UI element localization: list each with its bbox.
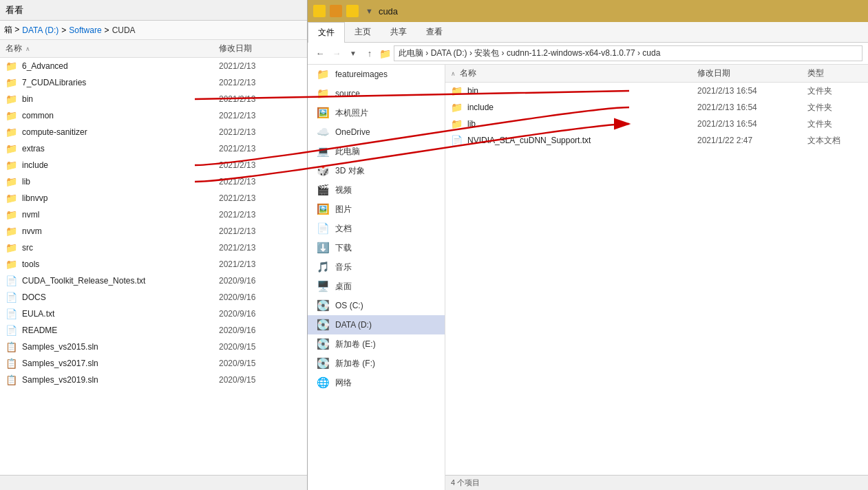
file-name: Samples_vs2019.sln (22, 375, 219, 385)
nav-label: featureimages (335, 70, 388, 79)
sidebar-nav-item[interactable]: 💽 新加卷 (F:) (308, 354, 445, 373)
left-file-item[interactable]: 📄 README 2020/9/16 (0, 322, 307, 339)
sidebar-nav-item[interactable]: 🎬 视频 (308, 180, 445, 200)
sidebar-nav-item[interactable]: 📄 文档 (308, 219, 445, 238)
file-name: Samples_vs2015.sln (22, 342, 219, 352)
file-icon: 📁 (6, 110, 18, 121)
sidebar-nav-item[interactable]: 🖼️ 本机照片 (308, 103, 445, 122)
right-address-bar: ← → ▼ ↑ 📁 此电脑 › DATA (D:) › 安装包 › cudnn-… (308, 43, 868, 65)
left-file-item[interactable]: 📁 src 2021/2/13 (0, 239, 307, 256)
addr-path[interactable]: 此电脑 › DATA (D:) › 安装包 › cudnn-11.2-windo… (394, 45, 862, 61)
right-status-bar: 4 个项目 (445, 475, 868, 490)
nav-label: OneDrive (335, 127, 370, 137)
left-file-item[interactable]: 📁 extras 2021/2/13 (0, 140, 307, 157)
file-date: 2021/2/13 (219, 78, 301, 87)
file-type: 文件夹 (807, 85, 862, 97)
file-icon: 📁 (6, 176, 18, 187)
ribbon-tab-view[interactable]: 查看 (416, 22, 452, 42)
ribbon-tab-home[interactable]: 主页 (345, 22, 381, 42)
right-window: ▼ cuda 文件 主页 共享 查看 ← → ▼ ↑ 📁 此电脑 › DATA … (308, 0, 868, 490)
file-icon: 📁 (6, 209, 18, 220)
left-file-item[interactable]: 📁 6_Advanced 2021/2/13 (0, 58, 307, 74)
right-col-date[interactable]: 修改日期 (697, 67, 807, 79)
right-file-item[interactable]: 📄 NVIDIA_SLA_cuDNN_Support.txt 2021/1/22… (445, 132, 868, 149)
file-icon: 📁 (6, 77, 18, 88)
right-file-item[interactable]: 📁 include 2021/2/13 16:54 文件夹 (445, 99, 868, 116)
sidebar-nav-item[interactable]: 📁 source (308, 84, 445, 103)
left-file-item[interactable]: 📁 libnvvp 2021/2/13 (0, 190, 307, 206)
file-date: 2021/2/13 (219, 160, 301, 170)
left-window-label: 看看 (0, 0, 307, 21)
sidebar-nav-item[interactable]: 📁 featureimages (308, 65, 445, 84)
left-file-item[interactable]: 📁 bin 2021/2/13 (0, 91, 307, 107)
left-file-item[interactable]: 📄 CUDA_Toolkit_Release_Notes.txt 2020/9/… (0, 273, 307, 289)
sidebar-nav-item[interactable]: 💻 此电脑 (308, 142, 445, 161)
right-col-name[interactable]: 名称 (460, 67, 697, 79)
nav-back[interactable]: ← (313, 47, 327, 61)
nav-dropdown[interactable]: ▼ (346, 47, 360, 61)
left-file-item[interactable]: 📁 compute-sanitizer 2021/2/13 (0, 124, 307, 140)
nav-icon: 📁 (316, 87, 330, 100)
nav-icon: 🎬 (316, 184, 330, 196)
file-name: extras (22, 144, 219, 153)
col-date-header[interactable]: 修改日期 (219, 43, 301, 54)
left-file-item[interactable]: 📁 common 2021/2/13 (0, 107, 307, 124)
sidebar-nav-item[interactable]: ☁️ OneDrive (308, 122, 445, 142)
sidebar-nav-item[interactable]: 💽 DATA (D:) (308, 315, 445, 334)
ribbon-tab-file[interactable]: 文件 (308, 22, 345, 43)
nav-label: 网络 (335, 377, 352, 389)
left-file-list: 📁 6_Advanced 2021/2/13 📁 7_CUDALibraries… (0, 58, 307, 475)
left-file-item[interactable]: 📋 Samples_vs2019.sln 2020/9/15 (0, 372, 307, 388)
sidebar-nav-item[interactable]: 💽 新加卷 (E:) (308, 334, 445, 354)
left-file-item[interactable]: 📄 DOCS 2020/9/16 (0, 289, 307, 306)
nav-label: 新加卷 (E:) (335, 339, 376, 350)
left-file-item[interactable]: 📋 Samples_vs2015.sln 2020/9/15 (0, 339, 307, 355)
file-icon: 📁 (6, 242, 18, 253)
nav-label: 文档 (335, 223, 352, 235)
left-file-item[interactable]: 📁 nvvm 2021/2/13 (0, 223, 307, 239)
file-icon: 📁 (451, 85, 463, 96)
file-name: libnvvp (22, 193, 219, 203)
file-name: include (22, 160, 219, 170)
nav-label: 新加卷 (F:) (335, 358, 375, 370)
col-name-header[interactable]: 名称 ∧ (6, 43, 219, 54)
title-icon-2 (330, 5, 342, 17)
title-icon-3 (346, 5, 359, 17)
left-file-item[interactable]: 📄 EULA.txt 2020/9/16 (0, 306, 307, 322)
sidebar-nav-item[interactable]: 🎵 音乐 (308, 257, 445, 277)
nav-up[interactable]: ↑ (363, 47, 377, 61)
right-title-bar: ▼ cuda (308, 0, 868, 22)
right-sort-arrow: ∧ (451, 70, 456, 77)
right-file-item[interactable]: 📁 lib 2021/2/13 16:54 文件夹 (445, 116, 868, 132)
file-type: 文件夹 (807, 102, 862, 114)
file-name: 7_CUDALibraries (22, 78, 219, 87)
left-file-item[interactable]: 📁 nvml 2021/2/13 (0, 206, 307, 223)
file-date: 2020/9/16 (219, 326, 301, 335)
file-name: NVIDIA_SLA_cuDNN_Support.txt (467, 136, 697, 145)
left-file-item[interactable]: 📋 Samples_vs2017.sln 2020/9/15 (0, 355, 307, 372)
file-name: include (467, 103, 697, 112)
ribbon-tab-share[interactable]: 共享 (381, 22, 416, 42)
sidebar-nav-item[interactable]: 🌐 网络 (308, 373, 445, 392)
left-file-item[interactable]: 📁 7_CUDALibraries 2021/2/13 (0, 74, 307, 91)
nav-icon: 🎵 (316, 261, 330, 273)
nav-label: 本机照片 (335, 107, 368, 119)
right-col-type[interactable]: 类型 (807, 67, 862, 79)
left-file-item[interactable]: 📁 include 2021/2/13 (0, 157, 307, 173)
right-file-item[interactable]: 📁 bin 2021/2/13 16:54 文件夹 (445, 83, 868, 99)
left-file-item[interactable]: 📁 lib 2021/2/13 (0, 173, 307, 190)
file-type: 文本文档 (807, 135, 862, 147)
sidebar-nav-item[interactable]: 💽 OS (C:) (308, 296, 445, 315)
nav-forward[interactable]: → (330, 47, 343, 61)
left-file-item[interactable]: 📁 tools 2021/2/13 (0, 256, 307, 273)
file-date: 2020/9/16 (219, 309, 301, 319)
sidebar-nav-item[interactable]: 🎲 3D 对象 (308, 161, 445, 180)
addr-path-icon: 📁 (379, 48, 391, 59)
nav-icon: 💽 (316, 357, 330, 370)
nav-icon: 💻 (316, 145, 330, 158)
sidebar-nav-item[interactable]: ⬇️ 下载 (308, 238, 445, 257)
sidebar-nav-item[interactable]: 🖥️ 桌面 (308, 277, 445, 296)
nav-label: DATA (D:) (335, 320, 372, 330)
sidebar-nav-item[interactable]: 🖼️ 图片 (308, 200, 445, 219)
nav-icon: 🖥️ (316, 280, 330, 292)
